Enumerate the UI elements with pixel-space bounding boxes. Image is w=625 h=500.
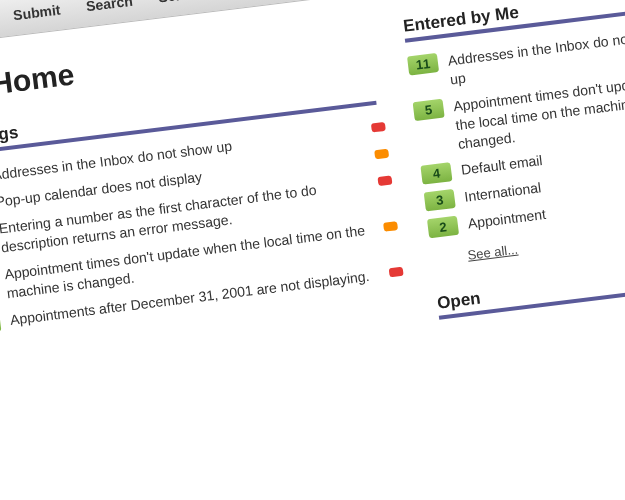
severity-indicator [389, 266, 404, 277]
severity-indicator [383, 221, 398, 232]
bug-id-badge: 2 [0, 312, 1, 335]
severity-indicator [374, 149, 389, 160]
section-entered-title: Entered by Me [402, 3, 520, 36]
bug-id-badge: 11 [407, 53, 439, 76]
bug-id-badge: 5 [413, 98, 445, 121]
bug-id-badge: 4 [420, 163, 452, 186]
severity-indicator [371, 122, 386, 133]
entered-by-me-list: 11Addresses in the Inbox do not show up5… [407, 19, 625, 243]
bug-id-badge: 2 [427, 216, 459, 239]
nav-submit[interactable]: Submit [12, 2, 61, 24]
nav-send-email[interactable]: Send Email [157, 0, 234, 5]
section-my-bugs-title: My Bugs [0, 123, 19, 150]
bug-id-badge: 3 [424, 189, 456, 212]
section-open-title: Open [436, 289, 481, 313]
nav-search[interactable]: Search [85, 0, 133, 14]
my-bugs-list: 11Addresses in the Inbox do not show up8… [0, 115, 399, 339]
severity-indicator [377, 175, 392, 186]
